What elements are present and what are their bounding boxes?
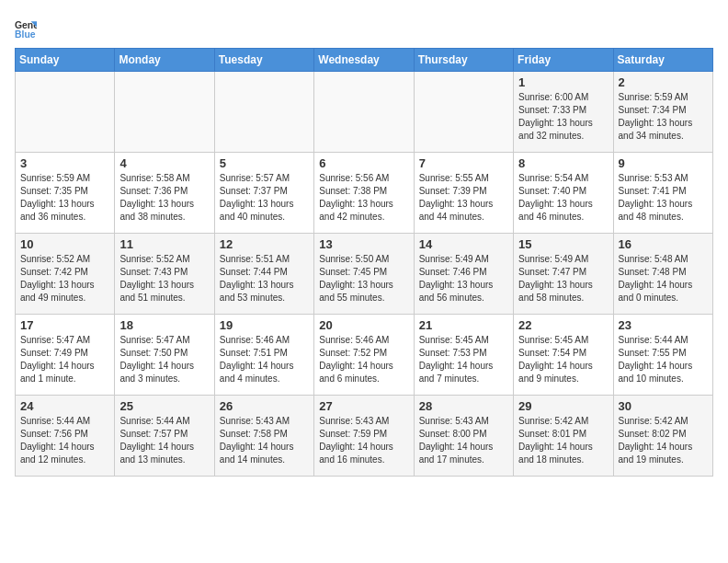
day-detail: Sunrise: 5:49 AM Sunset: 7:46 PM Dayligh… [419, 253, 508, 304]
day-number: 11 [119, 237, 209, 251]
day-number: 4 [119, 156, 209, 170]
calendar-cell: 14Sunrise: 5:49 AM Sunset: 7:46 PM Dayli… [414, 234, 513, 315]
calendar-cell [115, 72, 214, 153]
calendar-cell: 17Sunrise: 5:47 AM Sunset: 7:49 PM Dayli… [16, 315, 115, 396]
header-tuesday: Tuesday [214, 49, 313, 72]
day-detail: Sunrise: 5:49 AM Sunset: 7:47 PM Dayligh… [518, 253, 608, 304]
day-detail: Sunrise: 5:56 AM Sunset: 7:38 PM Dayligh… [319, 172, 408, 224]
day-number: 9 [619, 156, 708, 170]
calendar-cell: 27Sunrise: 5:43 AM Sunset: 7:59 PM Dayli… [314, 396, 414, 477]
calendar-cell: 21Sunrise: 5:45 AM Sunset: 7:53 PM Dayli… [414, 315, 513, 396]
calendar-cell: 3Sunrise: 5:59 AM Sunset: 7:35 PM Daylig… [16, 153, 115, 234]
day-detail: Sunrise: 5:51 AM Sunset: 7:44 PM Dayligh… [220, 253, 309, 304]
day-detail: Sunrise: 5:50 AM Sunset: 7:45 PM Dayligh… [319, 253, 408, 304]
day-number: 25 [119, 399, 209, 413]
day-number: 12 [220, 237, 309, 251]
calendar-cell: 8Sunrise: 5:54 AM Sunset: 7:40 PM Daylig… [514, 153, 613, 234]
page-header: General Blue [15, 15, 713, 40]
day-detail: Sunrise: 5:44 AM Sunset: 7:57 PM Dayligh… [119, 415, 209, 466]
calendar-cell: 6Sunrise: 5:56 AM Sunset: 7:38 PM Daylig… [314, 153, 414, 234]
day-detail: Sunrise: 5:53 AM Sunset: 7:41 PM Dayligh… [619, 172, 708, 224]
calendar-cell: 11Sunrise: 5:52 AM Sunset: 7:43 PM Dayli… [115, 234, 214, 315]
header-monday: Monday [115, 49, 214, 72]
day-number: 16 [619, 237, 708, 251]
calendar-header-row: SundayMondayTuesdayWednesdayThursdayFrid… [16, 49, 713, 72]
day-number: 5 [220, 156, 309, 170]
calendar-cell: 22Sunrise: 5:45 AM Sunset: 7:54 PM Dayli… [514, 315, 613, 396]
day-number: 29 [518, 399, 608, 413]
calendar-cell: 2Sunrise: 5:59 AM Sunset: 7:34 PM Daylig… [613, 72, 712, 153]
calendar-cell [314, 72, 414, 153]
day-number: 8 [518, 156, 608, 170]
day-detail: Sunrise: 5:47 AM Sunset: 7:49 PM Dayligh… [20, 334, 109, 385]
day-detail: Sunrise: 5:45 AM Sunset: 7:54 PM Dayligh… [518, 334, 608, 385]
day-detail: Sunrise: 5:44 AM Sunset: 7:56 PM Dayligh… [20, 415, 109, 466]
day-number: 7 [419, 156, 508, 170]
day-detail: Sunrise: 5:44 AM Sunset: 7:55 PM Dayligh… [619, 334, 708, 385]
day-detail: Sunrise: 5:59 AM Sunset: 7:34 PM Dayligh… [619, 91, 708, 143]
calendar-cell: 7Sunrise: 5:55 AM Sunset: 7:39 PM Daylig… [414, 153, 513, 234]
day-detail: Sunrise: 5:59 AM Sunset: 7:35 PM Dayligh… [20, 172, 109, 224]
calendar-cell: 12Sunrise: 5:51 AM Sunset: 7:44 PM Dayli… [214, 234, 313, 315]
day-number: 26 [220, 399, 309, 413]
svg-text:Blue: Blue [15, 29, 36, 40]
day-number: 19 [220, 318, 309, 332]
calendar-cell: 29Sunrise: 5:42 AM Sunset: 8:01 PM Dayli… [514, 396, 613, 477]
calendar-week-row: 24Sunrise: 5:44 AM Sunset: 7:56 PM Dayli… [16, 396, 713, 477]
day-number: 23 [619, 318, 708, 332]
day-detail: Sunrise: 5:55 AM Sunset: 7:39 PM Dayligh… [419, 172, 508, 224]
day-number: 24 [20, 399, 109, 413]
logo: General Blue [15, 18, 40, 40]
day-number: 22 [518, 318, 608, 332]
day-detail: Sunrise: 5:48 AM Sunset: 7:48 PM Dayligh… [619, 253, 708, 304]
day-detail: Sunrise: 5:43 AM Sunset: 8:00 PM Dayligh… [419, 415, 508, 466]
calendar-cell: 28Sunrise: 5:43 AM Sunset: 8:00 PM Dayli… [414, 396, 513, 477]
day-detail: Sunrise: 5:58 AM Sunset: 7:36 PM Dayligh… [119, 172, 209, 224]
day-detail: Sunrise: 5:54 AM Sunset: 7:40 PM Dayligh… [518, 172, 608, 224]
day-number: 1 [518, 75, 608, 89]
day-detail: Sunrise: 5:46 AM Sunset: 7:51 PM Dayligh… [220, 334, 309, 385]
calendar-cell: 26Sunrise: 5:43 AM Sunset: 7:58 PM Dayli… [214, 396, 313, 477]
calendar-cell: 19Sunrise: 5:46 AM Sunset: 7:51 PM Dayli… [214, 315, 313, 396]
calendar-cell: 16Sunrise: 5:48 AM Sunset: 7:48 PM Dayli… [613, 234, 712, 315]
calendar-table: SundayMondayTuesdayWednesdayThursdayFrid… [15, 48, 713, 477]
day-detail: Sunrise: 5:43 AM Sunset: 7:59 PM Dayligh… [319, 415, 408, 466]
calendar-cell: 15Sunrise: 5:49 AM Sunset: 7:47 PM Dayli… [514, 234, 613, 315]
calendar-cell: 20Sunrise: 5:46 AM Sunset: 7:52 PM Dayli… [314, 315, 414, 396]
day-number: 21 [419, 318, 508, 332]
day-detail: Sunrise: 5:52 AM Sunset: 7:43 PM Dayligh… [119, 253, 209, 304]
day-number: 27 [319, 399, 408, 413]
calendar-cell: 4Sunrise: 5:58 AM Sunset: 7:36 PM Daylig… [115, 153, 214, 234]
day-number: 2 [619, 75, 708, 89]
day-number: 3 [20, 156, 109, 170]
calendar-cell [414, 72, 513, 153]
day-detail: Sunrise: 5:42 AM Sunset: 8:02 PM Dayligh… [619, 415, 708, 466]
calendar-cell: 1Sunrise: 6:00 AM Sunset: 7:33 PM Daylig… [514, 72, 613, 153]
calendar-cell: 25Sunrise: 5:44 AM Sunset: 7:57 PM Dayli… [115, 396, 214, 477]
logo-icon: General Blue [15, 18, 37, 40]
calendar-cell: 9Sunrise: 5:53 AM Sunset: 7:41 PM Daylig… [613, 153, 712, 234]
calendar-cell: 23Sunrise: 5:44 AM Sunset: 7:55 PM Dayli… [613, 315, 712, 396]
day-detail: Sunrise: 5:45 AM Sunset: 7:53 PM Dayligh… [419, 334, 508, 385]
day-number: 30 [619, 399, 708, 413]
calendar-week-row: 10Sunrise: 5:52 AM Sunset: 7:42 PM Dayli… [16, 234, 713, 315]
header-saturday: Saturday [613, 49, 712, 72]
day-number: 15 [518, 237, 608, 251]
calendar-cell [214, 72, 313, 153]
calendar-cell: 13Sunrise: 5:50 AM Sunset: 7:45 PM Dayli… [314, 234, 414, 315]
day-detail: Sunrise: 5:52 AM Sunset: 7:42 PM Dayligh… [20, 253, 109, 304]
header-sunday: Sunday [16, 49, 115, 72]
header-wednesday: Wednesday [314, 49, 414, 72]
day-number: 17 [20, 318, 109, 332]
calendar-cell: 24Sunrise: 5:44 AM Sunset: 7:56 PM Dayli… [16, 396, 115, 477]
calendar-cell: 30Sunrise: 5:42 AM Sunset: 8:02 PM Dayli… [613, 396, 712, 477]
day-number: 20 [319, 318, 408, 332]
day-detail: Sunrise: 5:47 AM Sunset: 7:50 PM Dayligh… [119, 334, 209, 385]
header-thursday: Thursday [414, 49, 513, 72]
day-number: 14 [419, 237, 508, 251]
calendar-week-row: 3Sunrise: 5:59 AM Sunset: 7:35 PM Daylig… [16, 153, 713, 234]
day-detail: Sunrise: 6:00 AM Sunset: 7:33 PM Dayligh… [518, 91, 608, 143]
day-number: 18 [119, 318, 209, 332]
calendar-cell: 18Sunrise: 5:47 AM Sunset: 7:50 PM Dayli… [115, 315, 214, 396]
day-number: 13 [319, 237, 408, 251]
